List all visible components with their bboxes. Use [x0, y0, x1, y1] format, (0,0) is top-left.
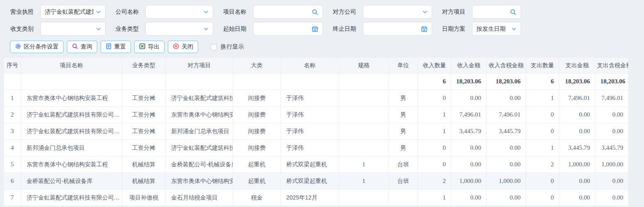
- cell: 男: [389, 107, 418, 123]
- cell: 0.00: [595, 173, 629, 190]
- cell: 1,000.00: [595, 156, 629, 173]
- cell: 0.00: [451, 156, 487, 173]
- filter-label: 对方项目: [442, 8, 465, 16]
- cell: 1: [526, 90, 559, 107]
- search-icon[interactable]: [510, 9, 516, 15]
- cell: 3,445.79: [595, 140, 629, 156]
- cell: 桥式双梁起重机: [281, 156, 339, 173]
- cell: 7,496.01: [559, 90, 595, 107]
- cell: 3,445.79: [559, 140, 595, 156]
- table-header-row: 序号项目名称业务类型对方项目大类名称规格单位收入数量收入金额收入含税金额支出数量…: [4, 58, 629, 73]
- cell: 0.00: [487, 156, 526, 173]
- cell: [339, 90, 389, 107]
- business-type-select[interactable]: [145, 22, 213, 36]
- cell: 间接费: [233, 123, 281, 140]
- cell: 0: [418, 156, 451, 173]
- column-header: 支出含税金额: [595, 58, 629, 73]
- cell: 0.00: [595, 123, 629, 140]
- cell: 0.00: [559, 123, 595, 140]
- chevron-down-icon: [96, 27, 101, 32]
- export-icon: [139, 43, 145, 51]
- start-date-input[interactable]: [253, 22, 323, 36]
- cell: 7,496.01: [595, 90, 629, 107]
- table-row[interactable]: 4新邦涌金门总承包项目工资分摊济宁金虹装配式建筑科技有间接费于泽伟男00.000…: [4, 140, 629, 156]
- wrap-display-option: 换行显示: [211, 43, 244, 51]
- cell: 工资分摊: [122, 123, 166, 140]
- cell: 0.00: [487, 90, 526, 107]
- chevron-down-icon: [204, 27, 209, 32]
- column-header: 收入金额: [451, 58, 487, 73]
- business-license-select[interactable]: 济宁金虹装配式建筑: [40, 5, 106, 19]
- cell: 于泽伟: [281, 140, 339, 156]
- column-header: 规格: [339, 58, 389, 73]
- table-row[interactable]: 2济宁金虹装配式建筑科技有限公司…工资分摊东营市奥体中心钢结构安装间接费于泽伟男…: [4, 107, 629, 123]
- filter-label: 公司名称: [116, 8, 139, 16]
- cell: 1: [418, 123, 451, 140]
- company-name-select[interactable]: [145, 5, 213, 19]
- column-header: 名称: [281, 58, 339, 73]
- cell: 男: [389, 140, 418, 156]
- cell: [21, 73, 122, 90]
- cell: 1: [339, 173, 389, 190]
- cell: 5: [4, 156, 21, 173]
- cell: 18,203.06: [487, 73, 526, 90]
- wrap-display-checkbox[interactable]: [211, 44, 217, 50]
- close-button[interactable]: 关闭: [168, 41, 198, 53]
- table-row[interactable]: 7济宁金虹装配式建筑科技有限公司…项目补缴税金石月结税金项目税金2025年12月…: [4, 190, 629, 206]
- reset-button[interactable]: 重置: [101, 41, 131, 53]
- cell: 0.00: [559, 190, 595, 206]
- cell: 起重机: [233, 156, 281, 173]
- summary-row[interactable]: 618,203.0618,203.06618,203.0618,203.06: [4, 73, 629, 90]
- cell: [339, 73, 389, 90]
- search-icon[interactable]: [312, 9, 318, 15]
- cell: 0: [526, 173, 559, 190]
- cell: 机械结算: [122, 173, 166, 190]
- cell: [339, 107, 389, 123]
- cell: 0: [526, 123, 559, 140]
- toolbar: 区分条件设置 查询 重置 导出 关闭 换行显示: [10, 41, 644, 53]
- cell: 1: [339, 156, 389, 173]
- table-row[interactable]: 3济宁金虹装配式建筑科技有限公司…工资分摊新邦涌金门总承包项目间接费于泽伟男13…: [4, 123, 629, 140]
- cell: 台班: [389, 156, 418, 173]
- counterparty-company-select[interactable]: [363, 5, 432, 19]
- table-row[interactable]: 1东营市奥体中心钢结构安装工程工资分摊济宁金虹装配式建筑科技有间接费于泽伟男00…: [4, 90, 629, 107]
- close-circle-icon: [173, 43, 179, 51]
- end-date-input[interactable]: [363, 22, 432, 36]
- counterparty-project-input[interactable]: [472, 5, 521, 19]
- cell: 6: [418, 73, 451, 90]
- cell: 2025年12月: [281, 190, 339, 206]
- cell: 税金: [233, 190, 281, 206]
- calendar-icon[interactable]: [312, 26, 318, 32]
- table-row[interactable]: 5东营市奥体中心钢结构安装工程机械结算金桥装配公司-机械设备库起重机桥式双梁起重…: [4, 156, 629, 173]
- income-expense-category-select[interactable]: [40, 22, 106, 36]
- export-button[interactable]: 导出: [134, 41, 165, 53]
- table-row[interactable]: 6金桥装配公司-机械设备库机械结算东营市奥体中心钢结构安装起重机桥式双梁起重机1…: [4, 173, 629, 190]
- cell: 0.00: [559, 107, 595, 123]
- cell: 0.00: [451, 90, 487, 107]
- cell: [281, 73, 339, 90]
- chevron-down-icon: [511, 27, 516, 32]
- cell: 项目补缴税: [122, 190, 166, 206]
- cell: 济宁金虹装配式建筑科技有限公司…: [21, 123, 122, 140]
- cell: 0: [526, 190, 559, 206]
- column-header: 项目名称: [21, 58, 122, 73]
- cell: 2: [418, 173, 451, 190]
- filter-label: 终止日期: [333, 25, 356, 33]
- cell: 于泽伟: [281, 90, 339, 107]
- condition-settings-button[interactable]: 区分条件设置: [10, 41, 64, 53]
- column-header: 收入含税金额: [487, 58, 526, 73]
- filter-label: 收支类别: [10, 25, 34, 33]
- cell: 3,445.79: [487, 123, 526, 140]
- data-table: 序号项目名称业务类型对方项目大类名称规格单位收入数量收入金额收入含税金额支出数量…: [3, 57, 628, 206]
- calendar-icon[interactable]: [421, 26, 428, 32]
- query-button[interactable]: 查询: [67, 41, 97, 53]
- cell: 工资分摊: [122, 90, 166, 107]
- cell: 2: [526, 156, 559, 173]
- project-name-input[interactable]: [253, 5, 323, 19]
- cell: 东营市奥体中心钢结构安装: [166, 173, 233, 190]
- cell: [339, 123, 389, 140]
- filter-label: 日期方案: [442, 25, 465, 33]
- cell: 3: [4, 123, 21, 140]
- filter-panel: 营业执照 济宁金虹装配式建筑 公司名称 项目名称: [0, 0, 644, 36]
- date-scheme-select[interactable]: 按发生日期: [472, 22, 521, 36]
